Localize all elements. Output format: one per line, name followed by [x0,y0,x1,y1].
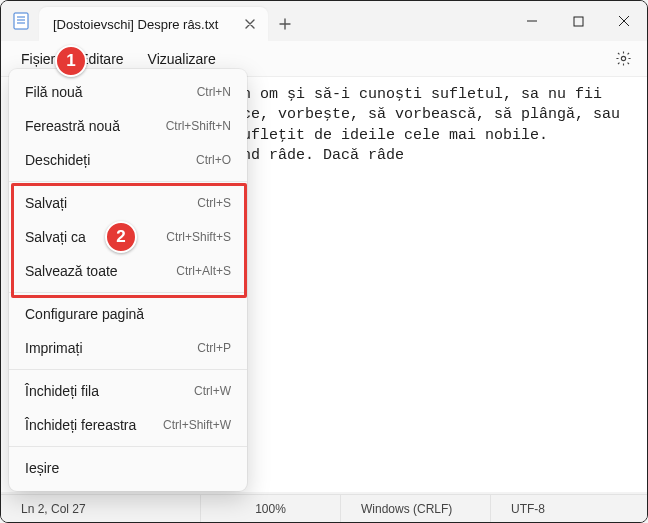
document-tab[interactable]: [Dostoievschi] Despre râs.txt [39,7,268,41]
menu-item-label: Salvați ca [25,229,86,245]
menu-separator [9,369,247,370]
menu-item-shortcut: Ctrl+Shift+S [166,230,231,244]
menu-item-label: Deschideți [25,152,90,168]
statusbar: Ln 2, Col 27 100% Windows (CRLF) UTF-8 [1,494,647,522]
menu-item-label: Imprimați [25,340,83,356]
status-zoom[interactable]: 100% [201,495,341,522]
status-encoding: UTF-8 [491,495,647,522]
menu-item-shortcut: Ctrl+Shift+W [163,418,231,432]
menu-item[interactable]: DeschidețiCtrl+O [9,143,247,177]
menu-separator [9,446,247,447]
menu-item-label: Configurare pagină [25,306,144,322]
menu-item[interactable]: Configurare pagină [9,297,247,331]
annotation-badge-2: 2 [105,221,137,253]
menu-item[interactable]: Ieșire [9,451,247,485]
svg-rect-0 [14,13,28,29]
menu-item-shortcut: Ctrl+Shift+N [166,119,231,133]
menu-separator [9,292,247,293]
menu-item-shortcut: Ctrl+P [197,341,231,355]
menu-item[interactable]: Filă nouăCtrl+N [9,75,247,109]
menu-item[interactable]: Salvează toateCtrl+Alt+S [9,254,247,288]
status-cursor-position: Ln 2, Col 27 [1,495,201,522]
window-controls [509,1,647,41]
menu-item[interactable]: SalvațiCtrl+S [9,186,247,220]
file-menu-dropdown: Filă nouăCtrl+NFereastră nouăCtrl+Shift+… [9,69,247,491]
menu-item-shortcut: Ctrl+W [194,384,231,398]
menu-item-label: Fereastră nouă [25,118,120,134]
tab-title: [Dostoievschi] Despre râs.txt [53,17,218,32]
menu-item[interactable]: ImprimațiCtrl+P [9,331,247,365]
menu-item-shortcut: Ctrl+O [196,153,231,167]
menu-item[interactable]: Închideți filaCtrl+W [9,374,247,408]
settings-gear-icon[interactable] [609,45,637,73]
menu-item-label: Închideți fereastra [25,417,136,433]
menu-item-label: Salvați [25,195,67,211]
notepad-icon [11,11,31,31]
minimize-button[interactable] [509,1,555,41]
menu-item[interactable]: Fereastră nouăCtrl+Shift+N [9,109,247,143]
svg-point-6 [621,56,625,60]
maximize-button[interactable] [555,1,601,41]
menu-item[interactable]: Închideți fereastraCtrl+Shift+W [9,408,247,442]
titlebar: [Dostoievschi] Despre râs.txt [1,1,647,41]
close-window-button[interactable] [601,1,647,41]
svg-rect-5 [574,17,583,26]
menu-item-label: Ieșire [25,460,59,476]
close-tab-icon[interactable] [242,16,258,32]
menu-item-label: Închideți fila [25,383,99,399]
menu-item-shortcut: Ctrl+S [197,196,231,210]
new-tab-button[interactable] [268,7,302,41]
annotation-badge-1: 1 [55,45,87,77]
menu-item-shortcut: Ctrl+N [197,85,231,99]
status-line-ending: Windows (CRLF) [341,495,491,522]
menu-separator [9,181,247,182]
menu-item-shortcut: Ctrl+Alt+S [176,264,231,278]
menu-item-label: Filă nouă [25,84,83,100]
menu-item-label: Salvează toate [25,263,118,279]
